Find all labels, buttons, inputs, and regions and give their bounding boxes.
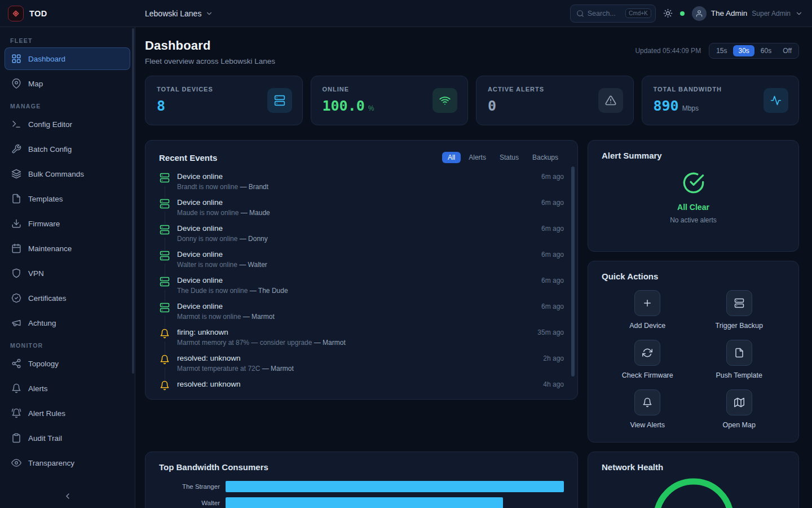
quick-action-open-map[interactable]: Open Map: [694, 389, 785, 429]
timeline-rail: [165, 238, 165, 250]
event-row[interactable]: firing: unknownMarmot memory at 87% — co…: [159, 328, 564, 354]
bandwidth-bar: [226, 481, 564, 492]
event-row[interactable]: Device onlineBrandt is now online — Bran…: [159, 172, 564, 198]
sidebar-item-templates[interactable]: Templates: [5, 187, 130, 210]
stat-value: 8: [157, 98, 165, 114]
stat-value: 0: [488, 98, 496, 114]
search-input[interactable]: [588, 10, 622, 17]
event-detail: Donny is now online — Donny: [177, 235, 535, 243]
org-selector[interactable]: Lebowski Lanes: [145, 9, 213, 18]
quick-action-label: Open Map: [723, 421, 756, 429]
events-scrollbar[interactable]: [571, 167, 575, 376]
sidebar-item-label: Batch Config: [28, 145, 72, 154]
sidebar-item-achtung[interactable]: Achtung: [5, 312, 130, 334]
event-filter-status[interactable]: Status: [494, 152, 524, 163]
refresh-option-60s[interactable]: 60s: [756, 45, 776, 56]
timeline-rail: [165, 264, 165, 276]
event-row[interactable]: Device onlineWalter is now online — Walt…: [159, 250, 564, 276]
sidebar-item-certificates[interactable]: Certificates: [5, 287, 130, 309]
chevron-down-icon: [795, 10, 803, 17]
search-box[interactable]: Cmd+K: [570, 5, 656, 23]
timeline-rail: [165, 316, 165, 328]
event-row[interactable]: Device onlineThe Dude is now online — Th…: [159, 276, 564, 302]
server-icon: [160, 277, 170, 287]
page-subtitle: Fleet overview across Lebowski Lanes: [145, 57, 275, 65]
sidebar-item-label: Certificates: [28, 294, 67, 303]
search-shortcut-badge: Cmd+K: [625, 8, 651, 18]
event-title: Device online: [177, 276, 535, 284]
sidebar-item-label: Templates: [28, 195, 63, 203]
sidebar-scrollbar[interactable]: [132, 28, 134, 374]
sidebar-item-label: Maintenance: [28, 244, 72, 253]
network-health-value: 100: [651, 476, 736, 508]
sidebar-item-config-editor[interactable]: Config Editor: [5, 113, 130, 135]
sidebar-item-vpn[interactable]: VPN: [5, 262, 130, 284]
sidebar-item-label: VPN: [28, 269, 44, 278]
event-row[interactable]: resolved: unknown4h ago: [159, 380, 564, 396]
brand: TOD: [0, 6, 135, 21]
event-time: 6m ago: [541, 225, 564, 233]
grid-icon: [11, 54, 21, 64]
event-device: — The Dude: [250, 287, 288, 295]
sidebar-item-bulk-commands[interactable]: Bulk Commands: [5, 163, 130, 185]
quick-action-add-device[interactable]: Add Device: [602, 290, 694, 330]
refresh-icon: [634, 340, 660, 366]
event-device: — Marmot: [314, 339, 346, 347]
quick-action-view-alerts[interactable]: View Alerts: [602, 389, 694, 429]
user-menu[interactable]: The Admin Super Admin: [692, 6, 803, 21]
download-icon: [11, 218, 21, 229]
event-row[interactable]: Device onlineMaude is now online — Maude…: [159, 198, 564, 224]
theme-toggle-button[interactable]: [663, 8, 673, 18]
bandwidth-device-label: The Stranger: [159, 483, 226, 490]
bandwidth-panel: Top Bandwidth Consumers The StrangerWalt…: [145, 452, 578, 508]
event-row[interactable]: resolved: unknownMarmot temperature at 7…: [159, 354, 564, 380]
sidebar-item-transparency[interactable]: Transparency: [5, 452, 130, 474]
topbar-right: Cmd+K The Admin Super Admin: [570, 5, 812, 23]
event-filter-backups[interactable]: Backups: [527, 152, 564, 163]
file-icon: [726, 340, 752, 366]
quick-action-push-template[interactable]: Push Template: [694, 340, 785, 379]
sidebar-item-dashboard[interactable]: Dashboard: [5, 47, 130, 70]
event-title: Device online: [177, 302, 535, 310]
clipboard-icon: [11, 433, 21, 443]
stat-value: 100.0: [323, 98, 365, 114]
event-detail: Walter is now online — Walter: [177, 261, 535, 269]
sidebar-item-alerts[interactable]: Alerts: [5, 377, 130, 400]
refresh-option-30s[interactable]: 30s: [733, 45, 754, 56]
event-filter-all[interactable]: All: [442, 152, 461, 163]
event-filter-alerts[interactable]: Alerts: [463, 152, 492, 163]
event-title: Device online: [177, 198, 535, 207]
map-icon: [726, 389, 752, 415]
event-row[interactable]: Device onlineMarmot is now online — Marm…: [159, 302, 564, 328]
sidebar-item-topology[interactable]: Topology: [5, 352, 130, 375]
sidebar-item-audit-trail[interactable]: Audit Trail: [5, 427, 130, 449]
event-title: Device online: [177, 250, 535, 259]
refresh-option-15s[interactable]: 15s: [711, 45, 732, 56]
event-time: 2h ago: [543, 354, 564, 362]
quick-action-check-firmware[interactable]: Check Firmware: [602, 340, 694, 379]
bell-icon: [160, 354, 170, 365]
sidebar-item-firmware[interactable]: Firmware: [5, 212, 130, 235]
plus-icon: [634, 290, 660, 316]
stats-row: TOTAL DEVICES8ONLINE100.0%ACTIVE ALERTS0…: [145, 76, 799, 125]
server-icon: [160, 199, 170, 209]
sidebar-item-batch-config[interactable]: Batch Config: [5, 138, 130, 160]
sidebar-item-maintenance[interactable]: Maintenance: [5, 237, 130, 260]
sidebar-item-map[interactable]: Map: [5, 72, 130, 95]
bell-icon: [160, 329, 170, 339]
quick-actions-title: Quick Actions: [602, 271, 785, 281]
refresh-option-off[interactable]: Off: [778, 45, 797, 56]
quick-action-label: Trigger Backup: [716, 322, 763, 330]
quick-action-trigger-backup[interactable]: Trigger Backup: [694, 290, 785, 330]
file-icon: [11, 194, 21, 204]
stat-card-online: ONLINE100.0%: [311, 76, 469, 125]
bandwidth-rows: The StrangerWalter: [159, 481, 564, 508]
right-column: Alert Summary All Clear No active alerts…: [588, 140, 799, 443]
timeline-rail: [165, 186, 165, 198]
sidebar-collapse-button[interactable]: [63, 492, 72, 501]
events-title: Recent Events: [159, 153, 217, 163]
event-row[interactable]: Device onlineDonny is now online — Donny…: [159, 224, 564, 250]
map-pin-icon: [11, 78, 21, 89]
sidebar-item-label: Map: [28, 80, 43, 88]
sidebar-item-alert-rules[interactable]: Alert Rules: [5, 402, 130, 424]
